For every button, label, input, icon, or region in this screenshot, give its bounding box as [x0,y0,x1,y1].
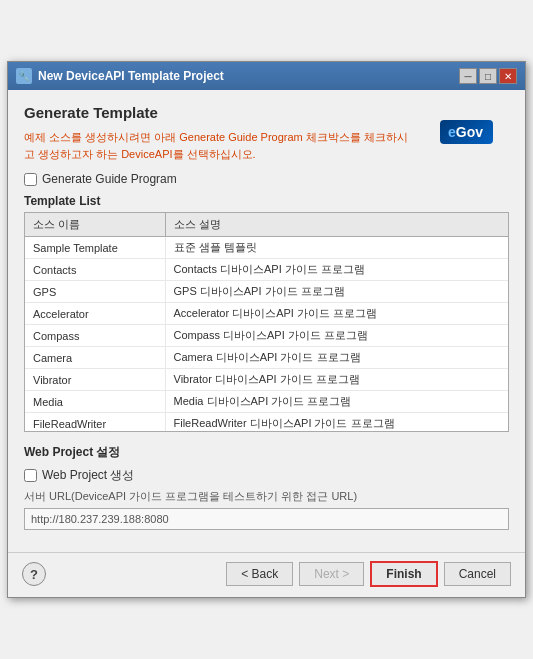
row-desc: Camera 디바이스API 가이드 프로그램 [165,347,508,369]
web-project-section: Web Project 설정 Web Project 생성 서버 URL(Dev… [24,444,509,530]
row-name: Contacts [25,259,165,281]
row-name: Compass [25,325,165,347]
row-name: Accelerator [25,303,165,325]
row-desc: Compass 디바이스API 가이드 프로그램 [165,325,508,347]
nav-buttons: < Back Next > Finish Cancel [226,561,511,587]
row-name: Camera [25,347,165,369]
server-url-label: 서버 URL(DeviceAPI 가이드 프로그램을 테스트하기 위한 접근 U… [24,489,509,504]
template-table: 소스 이름 소스 설명 Sample Template표준 샘플 템플릿Cont… [25,213,508,431]
header-area: Generate Template 예제 소스를 생성하시려면 아래 Gener… [24,104,509,162]
content-area: Generate Template 예제 소스를 생성하시려면 아래 Gener… [8,90,525,552]
close-button[interactable]: ✕ [499,68,517,84]
web-project-checkbox-row: Web Project 생성 [24,467,509,484]
col-desc-header: 소스 설명 [165,213,508,237]
table-row[interactable]: FileReadWriterFileReadWriter 디바이스API 가이드… [25,413,508,432]
next-button[interactable]: Next > [299,562,364,586]
table-row[interactable]: VibratorVibrator 디바이스API 가이드 프로그램 [25,369,508,391]
table-row[interactable]: Sample Template표준 샘플 템플릿 [25,237,508,259]
template-table-container: 소스 이름 소스 설명 Sample Template표준 샘플 템플릿Cont… [24,212,509,432]
row-desc: Accelerator 디바이스API 가이드 프로그램 [165,303,508,325]
minimize-button[interactable]: ─ [459,68,477,84]
back-button[interactable]: < Back [226,562,293,586]
row-name: FileReadWriter [25,413,165,432]
template-list-title: Template List [24,194,509,208]
window-icon: 🔧 [16,68,32,84]
row-name: GPS [25,281,165,303]
row-name: Media [25,391,165,413]
table-row[interactable]: CompassCompass 디바이스API 가이드 프로그램 [25,325,508,347]
web-project-title: Web Project 설정 [24,444,509,461]
guide-program-row: Generate Guide Program [24,172,509,186]
bottom-bar: ? < Back Next > Finish Cancel [8,552,525,597]
description-text: 예제 소스를 생성하시려면 아래 Generate Guide Program … [24,129,509,162]
table-row[interactable]: CameraCamera 디바이스API 가이드 프로그램 [25,347,508,369]
web-project-label[interactable]: Web Project 생성 [42,467,134,484]
guide-program-label[interactable]: Generate Guide Program [42,172,177,186]
col-name-header: 소스 이름 [25,213,165,237]
row-desc: GPS 디바이스API 가이드 프로그램 [165,281,508,303]
table-row[interactable]: AcceleratorAccelerator 디바이스API 가이드 프로그램 [25,303,508,325]
egov-e: e [448,124,456,140]
row-desc: FileReadWriter 디바이스API 가이드 프로그램 [165,413,508,432]
template-table-scroll[interactable]: 소스 이름 소스 설명 Sample Template표준 샘플 템플릿Cont… [25,213,508,431]
title-bar: 🔧 New DeviceAPI Template Project ─ □ ✕ [8,62,525,90]
table-row[interactable]: MediaMedia 디바이스API 가이드 프로그램 [25,391,508,413]
window-controls: ─ □ ✕ [459,68,517,84]
egov-logo: eGov [440,120,493,144]
egov-gov: Gov [456,124,483,140]
title-bar-left: 🔧 New DeviceAPI Template Project [16,68,224,84]
window-title: New DeviceAPI Template Project [38,69,224,83]
table-row[interactable]: GPSGPS 디바이스API 가이드 프로그램 [25,281,508,303]
row-desc: Media 디바이스API 가이드 프로그램 [165,391,508,413]
finish-button[interactable]: Finish [370,561,437,587]
maximize-button[interactable]: □ [479,68,497,84]
row-desc: 표준 샘플 템플릿 [165,237,508,259]
row-desc: Vibrator 디바이스API 가이드 프로그램 [165,369,508,391]
row-desc: Contacts 디바이스API 가이드 프로그램 [165,259,508,281]
web-project-checkbox[interactable] [24,469,37,482]
template-list-section: Template List 소스 이름 소스 설명 Sample Templat… [24,194,509,432]
help-button[interactable]: ? [22,562,46,586]
section-title: Generate Template [24,104,509,121]
url-input[interactable] [24,508,509,530]
row-name: Vibrator [25,369,165,391]
row-name: Sample Template [25,237,165,259]
main-window: 🔧 New DeviceAPI Template Project ─ □ ✕ G… [7,61,526,598]
guide-program-checkbox[interactable] [24,173,37,186]
table-row[interactable]: ContactsContacts 디바이스API 가이드 프로그램 [25,259,508,281]
cancel-button[interactable]: Cancel [444,562,511,586]
